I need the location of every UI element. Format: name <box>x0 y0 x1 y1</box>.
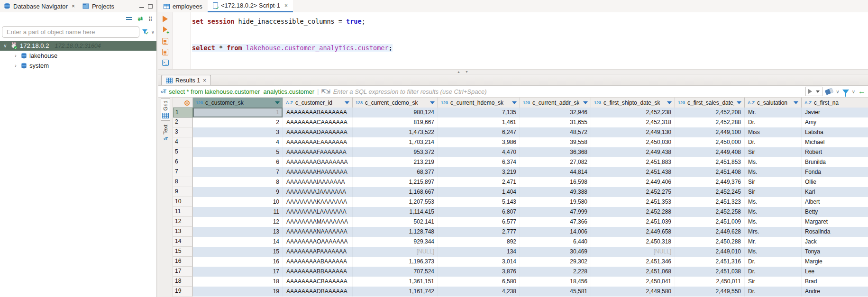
filter-objects-icon[interactable]: ✓ <box>142 29 149 35</box>
grid-cell[interactable]: Miss <box>745 127 802 137</box>
grid-cell[interactable]: 14 <box>193 237 283 247</box>
grid-cell[interactable]: 2,452,275 <box>591 187 675 197</box>
grid-cell[interactable]: AAAAAAAAABAAAAAA <box>283 257 353 267</box>
grid-cell[interactable]: Margie <box>802 257 868 267</box>
grid-cell[interactable]: 2,451,883 <box>591 157 675 167</box>
column-header-c_salutation[interactable]: A-Zc_salutation <box>745 98 802 108</box>
grid-cell[interactable]: AAAAAAAAJAAAAAAA <box>283 187 353 197</box>
tab-results-1[interactable]: Results 1 × <box>161 75 211 85</box>
grid-cell[interactable]: 2,451,323 <box>675 197 745 207</box>
grid-cell[interactable]: 6,580 <box>438 277 520 287</box>
grid-cell[interactable]: 1,215,897 <box>353 177 438 187</box>
grid-cell[interactable]: [NULL] <box>591 247 675 257</box>
column-header-c_customer_sk[interactable]: 123c_customer_sk <box>193 98 283 108</box>
tree-item-system[interactable]: › system <box>0 61 156 71</box>
grid-cell[interactable]: 2,451,346 <box>591 257 675 267</box>
row-number[interactable]: 14 <box>173 237 193 247</box>
clear-filter-icon[interactable] <box>825 88 834 95</box>
row-number[interactable]: 16 <box>173 257 193 267</box>
row-number[interactable]: 17 <box>173 267 193 277</box>
close-icon[interactable]: × <box>72 3 75 9</box>
grid-cell[interactable]: AAAAAAAADBAAAAAA <box>283 287 353 297</box>
row-number[interactable]: 12 <box>173 217 193 227</box>
grid-cell[interactable]: 6,247 <box>438 127 520 137</box>
grid-cell[interactable]: 2,449,376 <box>675 177 745 187</box>
grid-cell[interactable]: Fonda <box>802 167 868 177</box>
grid-cell[interactable]: Mr. <box>745 108 802 117</box>
row-number[interactable]: 1 <box>173 108 193 117</box>
grid-cell[interactable]: 6,807 <box>438 207 520 217</box>
grid-cell[interactable]: 2,449,438 <box>591 147 675 157</box>
column-dropdown-icon[interactable] <box>794 101 798 104</box>
grid-cell[interactable]: [NULL] <box>353 247 438 257</box>
minimize-icon[interactable] <box>139 5 144 8</box>
grid-cell[interactable]: 14,006 <box>520 227 591 237</box>
grid-cell[interactable]: Ms. <box>745 167 802 177</box>
grid-cell[interactable]: 16 <box>193 257 283 267</box>
grid-cell[interactable]: Karl <box>802 187 868 197</box>
grid-cell[interactable]: AAAAAAAAOAAAAAAA <box>283 237 353 247</box>
grid-cell[interactable]: Lee <box>802 267 868 277</box>
row-number[interactable]: 8 <box>173 177 193 187</box>
grid-cell[interactable]: 36,368 <box>520 147 591 157</box>
grid-cell[interactable]: Amy <box>802 117 868 127</box>
grid-cell[interactable]: Tonya <box>802 247 868 257</box>
grid-cell[interactable]: 10 <box>193 197 283 207</box>
grid-cell[interactable]: 1,168,667 <box>353 187 438 197</box>
grid-cell[interactable]: 30,469 <box>520 247 591 257</box>
grid-cell[interactable]: 1 <box>193 108 283 117</box>
grid-cell[interactable]: 1,473,522 <box>353 127 438 137</box>
grid-cell[interactable]: AAAAAAAACAAAAAAA <box>283 117 353 127</box>
grid-cell[interactable]: 47,366 <box>520 217 591 227</box>
column-header-c_current_cdemo_sk[interactable]: 123c_current_cdemo_sk <box>353 98 438 108</box>
grid-cell[interactable]: Mr. <box>745 237 802 247</box>
chevron-collapsed-icon[interactable]: › <box>13 63 18 68</box>
expand-filter-icon[interactable]: ⇱⇲ <box>321 89 330 95</box>
grid-cell[interactable]: 213,219 <box>353 157 438 167</box>
filters-icon[interactable] <box>842 90 849 94</box>
grid-cell[interactable]: 49,388 <box>520 187 591 197</box>
grid-cell[interactable]: Latisha <box>802 127 868 137</box>
grid-cell[interactable]: 17 <box>193 267 283 277</box>
grid-cell[interactable]: 2,450,288 <box>675 237 745 247</box>
grid-cell[interactable]: AAAAAAAANAAAAAAA <box>283 227 353 237</box>
grid-cell[interactable]: 980,124 <box>353 108 438 117</box>
grid-cell[interactable]: 9 <box>193 187 283 197</box>
row-number[interactable]: 7 <box>173 167 193 177</box>
grid-cell[interactable]: 2,452,208 <box>675 108 745 117</box>
grid-cell[interactable]: Sir <box>745 147 802 157</box>
grid-cell[interactable]: 2,450,318 <box>591 237 675 247</box>
grid-cell[interactable]: 2,449,580 <box>591 287 675 297</box>
grid-cell[interactable]: 15 <box>193 247 283 257</box>
grid-cell[interactable]: Michael <box>802 137 868 147</box>
grid-cell[interactable]: Ms. <box>745 157 802 167</box>
grid-corner-cell[interactable] <box>173 98 193 108</box>
grid-cell[interactable]: Ollie <box>802 177 868 187</box>
grid-cell[interactable]: AAAAAAAAHAAAAAAA <box>283 167 353 177</box>
row-number[interactable]: 5 <box>173 147 193 157</box>
grid-cell[interactable]: 2,449,550 <box>675 287 745 297</box>
grid-cell[interactable]: 3 <box>193 127 283 137</box>
grid-cell[interactable]: AAAAAAAAEAAAAAAA <box>283 137 353 147</box>
grid-cell[interactable]: AAAAAAAAFAAAAAAA <box>283 147 353 157</box>
grid-cell[interactable]: Jack <box>802 237 868 247</box>
grid-cell[interactable]: 4,470 <box>438 147 520 157</box>
grid-cell[interactable]: Betty <box>802 207 868 217</box>
grid-cell[interactable]: AAAAAAAALAAAAAAA <box>283 207 353 217</box>
grid-cell[interactable]: Dr. <box>745 117 802 127</box>
grid-cell[interactable]: Dr. <box>745 257 802 267</box>
grid-cell[interactable]: 2,452,258 <box>675 207 745 217</box>
grid-cell[interactable]: 2 <box>193 117 283 127</box>
collapse-up-icon[interactable]: ▲ <box>457 70 460 73</box>
sql-console-icon[interactable]: >_ <box>162 60 169 66</box>
grid-cell[interactable]: Dr. <box>745 267 802 277</box>
back-arrow-icon[interactable]: ← <box>858 88 866 95</box>
grid-cell[interactable]: 2,449,406 <box>591 177 675 187</box>
row-number[interactable]: 11 <box>173 207 193 217</box>
grid-cell[interactable]: AAAAAAAABBAAAAAA <box>283 267 353 277</box>
row-number[interactable]: 10 <box>173 197 193 207</box>
grid-cell[interactable]: 2,777 <box>438 227 520 237</box>
row-number[interactable]: 19 <box>173 287 193 297</box>
grid-cell[interactable]: 5 <box>193 147 283 157</box>
grid-cell[interactable]: AAAAAAAAMAAAAAAA <box>283 217 353 227</box>
